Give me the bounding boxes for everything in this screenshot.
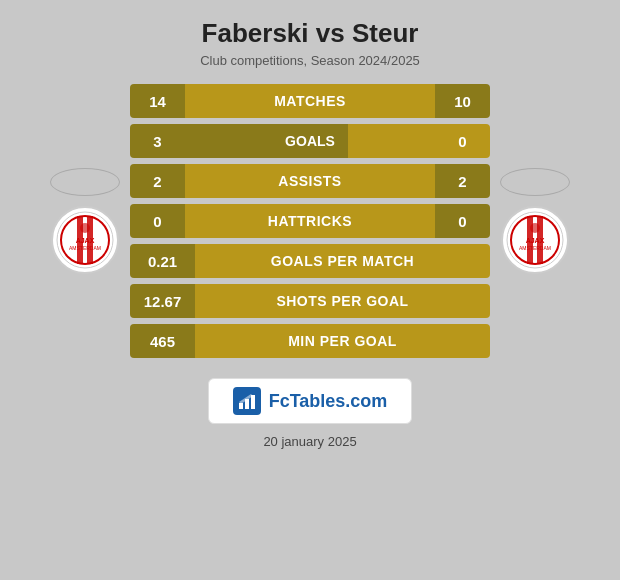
date-footer: 20 january 2025 xyxy=(263,434,356,449)
left-oval-decoration xyxy=(50,168,120,196)
matches-label: Matches xyxy=(185,84,435,118)
stat-row-min-per-goal: 465 Min per goal xyxy=(130,324,490,358)
stat-row-hattricks: 0 Hattricks 0 xyxy=(130,204,490,238)
stat-row-shots-per-goal: 12.67 Shots per goal xyxy=(130,284,490,318)
stats-table: 14 Matches 10 3 Goals 0 2 Assists 2 0 Ha… xyxy=(130,84,490,358)
right-team-logo: AJAX AMSTERDAM xyxy=(501,206,569,274)
goals-per-match-label: Goals per match xyxy=(195,244,490,278)
ajax-logo-right-svg: AJAX AMSTERDAM xyxy=(505,210,565,270)
subtitle: Club competitions, Season 2024/2025 xyxy=(200,53,420,68)
svg-rect-17 xyxy=(251,395,255,409)
stat-row-goals-per-match: 0.21 Goals per match xyxy=(130,244,490,278)
goals-left-value: 3 xyxy=(130,124,185,158)
fctables-banner[interactable]: FcTables.com xyxy=(208,378,413,424)
page-title: Faberski vs Steur xyxy=(200,18,420,49)
fctables-text: FcTables.com xyxy=(269,391,388,412)
right-oval-decoration xyxy=(500,168,570,196)
svg-text:AJAX: AJAX xyxy=(526,237,545,244)
fctables-icon xyxy=(233,387,261,415)
svg-text:AJAX: AJAX xyxy=(76,237,95,244)
left-team-logo-area: AJAX AMSTERDAM xyxy=(40,168,130,274)
shots-per-goal-value: 12.67 xyxy=(130,284,195,318)
hattricks-left-value: 0 xyxy=(130,204,185,238)
assists-right-value: 2 xyxy=(435,164,490,198)
goals-right-value: 0 xyxy=(435,124,490,158)
min-per-goal-value: 465 xyxy=(130,324,195,358)
fctables-logo-svg xyxy=(237,391,257,411)
matches-right-value: 10 xyxy=(435,84,490,118)
shots-per-goal-label: Shots per goal xyxy=(195,284,490,318)
ajax-logo-svg: AJAX AMSTERDAM xyxy=(55,210,115,270)
header: Faberski vs Steur Club competitions, Sea… xyxy=(190,0,430,74)
left-team-logo: AJAX AMSTERDAM xyxy=(51,206,119,274)
assists-left-value: 2 xyxy=(130,164,185,198)
goals-bar-container: Goals xyxy=(185,124,435,158)
goals-label: Goals xyxy=(285,133,335,149)
hattricks-label: Hattricks xyxy=(185,204,435,238)
stat-row-matches: 14 Matches 10 xyxy=(130,84,490,118)
svg-text:AMSTERDAM: AMSTERDAM xyxy=(69,245,101,251)
min-per-goal-label: Min per goal xyxy=(195,324,490,358)
stat-row-goals: 3 Goals 0 xyxy=(130,124,490,158)
svg-text:AMSTERDAM: AMSTERDAM xyxy=(519,245,551,251)
hattricks-right-value: 0 xyxy=(435,204,490,238)
goals-per-match-value: 0.21 xyxy=(130,244,195,278)
svg-point-7 xyxy=(80,223,90,233)
right-team-logo-area: AJAX AMSTERDAM xyxy=(490,168,580,274)
svg-point-14 xyxy=(530,223,540,233)
stat-row-assists: 2 Assists 2 xyxy=(130,164,490,198)
matches-left-value: 14 xyxy=(130,84,185,118)
main-content: AJAX AMSTERDAM 14 Matches 10 3 Goals 0 2 xyxy=(0,74,620,368)
assists-label: Assists xyxy=(185,164,435,198)
